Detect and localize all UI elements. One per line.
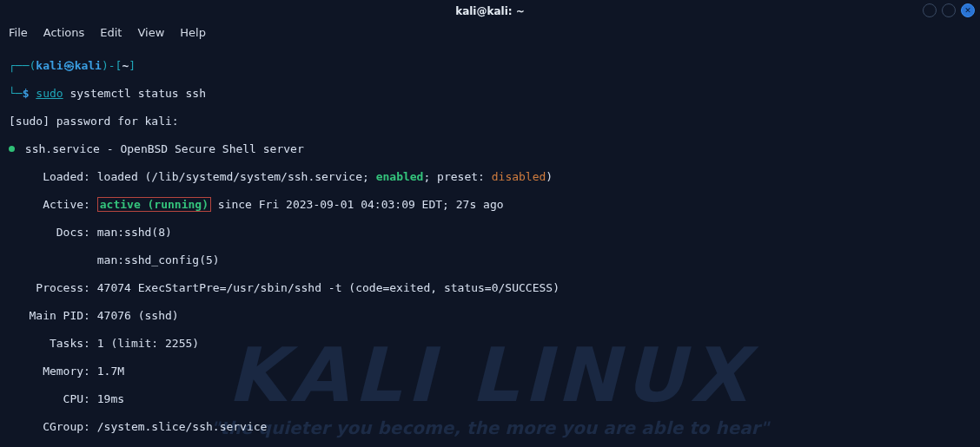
field-value: loaded (/lib/systemd/system/ssh.service; — [97, 170, 376, 183]
field-label: CGroup: — [9, 420, 97, 433]
prompt-decor: ] — [129, 59, 136, 72]
menu-edit[interactable]: Edit — [100, 26, 122, 39]
prompt-decor: ┌──( — [9, 59, 36, 72]
field-label: Loaded: — [9, 170, 97, 183]
status-enabled: enabled — [376, 170, 424, 183]
tasks-line: Tasks: 1 (limit: 2255) — [9, 337, 971, 351]
status-active: active (running) — [100, 198, 209, 211]
status-dot-icon — [9, 146, 15, 152]
prompt-line-1: ┌──(kali㉿kali)-[~] — [9, 59, 971, 73]
docs-line-1: Docs: man:sshd(8) — [9, 226, 971, 240]
prompt-decor: )-[ — [102, 59, 122, 72]
command-line: └─$ sudo systemctl status ssh — [9, 87, 971, 101]
memory-line: Memory: 1.7M — [9, 365, 971, 378]
menu-file[interactable]: File — [9, 26, 28, 39]
field-value: ; preset: — [423, 170, 491, 183]
service-name: ssh.service - OpenBSD Secure Shell serve… — [18, 142, 304, 155]
field-value: since Fri 2023-09-01 04:03:09 EDT; 27s a… — [211, 198, 504, 211]
status-disabled: disabled — [492, 170, 546, 183]
prompt-decor: └─ — [9, 87, 23, 100]
field-value: man:sshd(8) — [97, 226, 172, 239]
field-label: Active: — [9, 198, 97, 211]
terminal-output[interactable]: ┌──(kali㉿kali)-[~] └─$ sudo systemctl st… — [0, 42, 980, 447]
menu-view[interactable]: View — [137, 26, 164, 39]
docs-line-2: man:sshd_config(5) — [9, 253, 971, 267]
menu-actions[interactable]: Actions — [43, 26, 85, 39]
prompt-sigil: $ — [23, 87, 30, 100]
field-value: /system.slice/ssh.service — [97, 420, 268, 433]
window-titlebar: kali@kali: ~ — [0, 0, 980, 23]
sudo-password-prompt: [sudo] password for kali: — [9, 115, 971, 128]
active-line: Active: active (running) since Fri 2023-… — [9, 198, 971, 212]
loaded-line: Loaded: loaded (/lib/systemd/system/ssh.… — [9, 170, 971, 184]
highlight-box: active (running) — [97, 197, 211, 212]
menubar: File Actions Edit View Help — [0, 23, 980, 42]
cpu-line: CPU: 19ms — [9, 392, 971, 406]
close-button[interactable] — [961, 3, 975, 17]
entered-command-sudo: sudo — [36, 87, 63, 100]
window-title: kali@kali: ~ — [455, 5, 525, 17]
process-line: Process: 47074 ExecStartPre=/usr/sbin/ss… — [9, 281, 971, 295]
mainpid-line: Main PID: 47076 (sshd) — [9, 309, 971, 323]
prompt-host: kali — [75, 59, 102, 72]
minimize-button[interactable] — [923, 3, 937, 17]
skull-icon: ㉿ — [63, 59, 75, 72]
window-controls — [923, 3, 975, 17]
field-label: Docs: — [9, 226, 97, 239]
entered-command: systemctl status ssh — [63, 87, 206, 100]
service-header: ssh.service - OpenBSD Secure Shell serve… — [9, 142, 971, 156]
maximize-button[interactable] — [942, 3, 956, 17]
field-value: ) — [546, 170, 553, 183]
menu-help[interactable]: Help — [180, 26, 206, 39]
cgroup-line: CGroup: /system.slice/ssh.service — [9, 420, 971, 434]
prompt-user: kali — [36, 59, 63, 72]
